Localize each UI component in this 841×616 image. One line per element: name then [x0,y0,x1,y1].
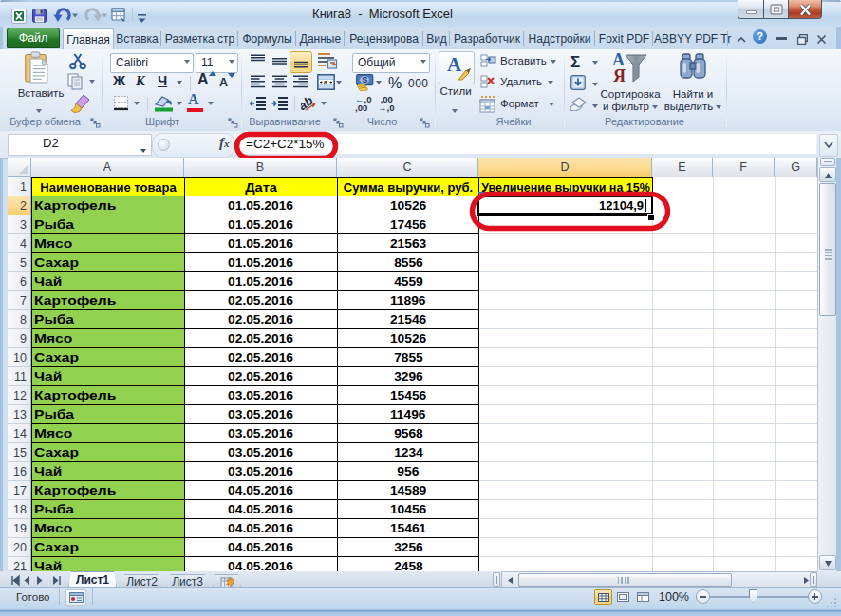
svg-text:a: a [324,79,327,85]
svg-text:S: S [363,75,368,84]
